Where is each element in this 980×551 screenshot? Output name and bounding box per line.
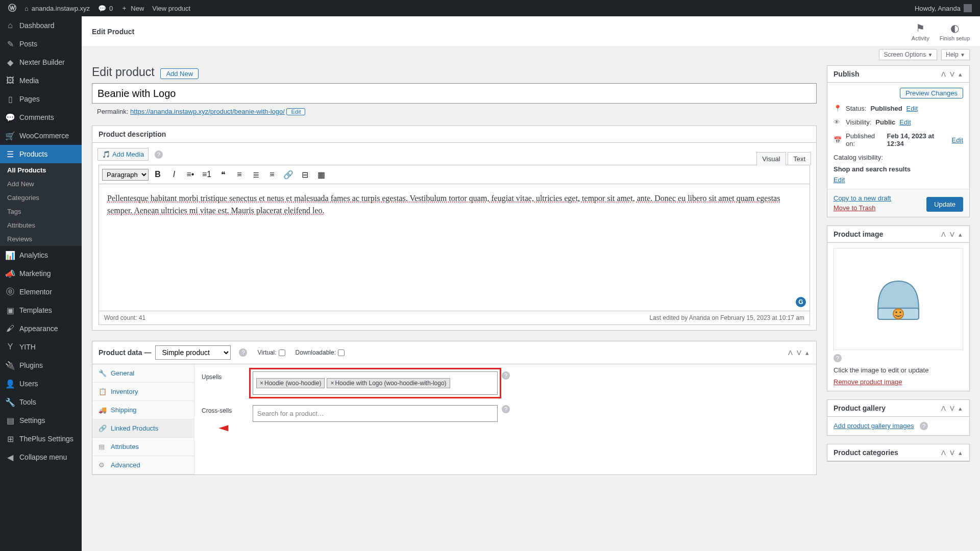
more-button[interactable]: ⊟ (298, 167, 312, 182)
align-left-button[interactable]: ≡ (232, 167, 247, 182)
sidebar-item-analytics[interactable]: 📊Analytics (0, 246, 82, 264)
sidebar-item-products[interactable]: ☰Products (0, 145, 82, 163)
help-button[interactable]: Help ▼ (941, 49, 970, 60)
tab-general[interactable]: 🔧General (92, 364, 194, 383)
bold-button[interactable]: B (151, 167, 165, 182)
sidebar-item-yith[interactable]: YYITH (0, 338, 82, 356)
sidebar-item-nexter-builder[interactable]: ◆Nexter Builder (0, 53, 82, 71)
help-icon[interactable]: ? (502, 371, 510, 380)
sidebar-item-plugins[interactable]: 🔌Plugins (0, 356, 82, 374)
collapse-icon[interactable]: ▴ (958, 405, 963, 412)
update-button[interactable]: Update (926, 197, 963, 212)
help-icon[interactable]: ? (239, 348, 247, 357)
sidebar-item-appearance[interactable]: 🖌Appearance (0, 319, 82, 338)
wp-logo[interactable]: ⓦ (4, 0, 20, 16)
text-tab[interactable]: Text (788, 152, 811, 165)
add-media-button[interactable]: 🎵Add Media (97, 148, 149, 161)
toolbar-toggle-button[interactable]: ▦ (314, 167, 328, 182)
move-down-icon[interactable]: ᐯ (949, 449, 955, 457)
catalog-edit-link[interactable]: Edit (834, 176, 845, 184)
tab-attributes[interactable]: ▤Attributes (92, 438, 194, 456)
sidebar-item-comments[interactable]: 💬Comments (0, 108, 82, 127)
sidebar-item-pages[interactable]: ▯Pages (0, 90, 82, 108)
move-up-icon[interactable]: ᐱ (787, 349, 794, 357)
tab-shipping[interactable]: 🚚Shipping (92, 401, 194, 419)
sidebar-item-marketing[interactable]: 📣Marketing (0, 264, 82, 283)
tab-advanced[interactable]: ⚙Advanced (92, 456, 194, 474)
sidebar-item-woocommerce[interactable]: 🛒WooCommerce (0, 127, 82, 145)
help-icon[interactable]: ? (834, 354, 842, 362)
add-gallery-link[interactable]: Add product gallery images (834, 422, 914, 430)
finish-setup-button[interactable]: ◐ Finish setup (940, 22, 970, 41)
product-image[interactable] (834, 248, 963, 350)
upsell-chip[interactable]: ×Hoodie with Logo (woo-hoodie-with-logo) (327, 378, 450, 388)
remove-image-link[interactable]: Remove product image (834, 378, 902, 386)
sidebar-item-collapse-menu[interactable]: ◀Collapse menu (0, 448, 82, 466)
status-edit-link[interactable]: Edit (906, 105, 918, 112)
format-select[interactable]: Paragraph (102, 169, 149, 181)
new-link[interactable]: ＋New (117, 0, 148, 16)
help-icon[interactable]: ? (155, 151, 163, 159)
link-button[interactable]: 🔗 (281, 167, 296, 182)
move-up-icon[interactable]: ᐱ (940, 449, 947, 457)
site-link[interactable]: ⌂ananda.instawp.xyz (20, 0, 94, 16)
numbered-list-button[interactable]: ≡1 (200, 167, 214, 182)
collapse-icon[interactable]: ▴ (958, 449, 963, 457)
tab-inventory[interactable]: 📋Inventory (92, 383, 194, 401)
tab-linked-products[interactable]: 🔗Linked Products (92, 419, 194, 438)
sidebar-item-templates[interactable]: ▣Templates (0, 301, 82, 319)
permalink-edit-button[interactable]: Edit (286, 108, 305, 115)
bullet-list-button[interactable]: ≡• (183, 167, 198, 182)
sidebar-sub-tags[interactable]: Tags (0, 205, 82, 218)
help-icon[interactable]: ? (502, 405, 510, 413)
sidebar-sub-categories[interactable]: Categories (0, 191, 82, 205)
add-new-button[interactable]: Add New (160, 68, 199, 79)
visual-tab[interactable]: Visual (756, 152, 786, 166)
move-down-icon[interactable]: ᐯ (949, 405, 955, 412)
remove-chip-icon[interactable]: × (260, 380, 263, 387)
sidebar-sub-attributes[interactable]: Attributes (0, 218, 82, 232)
virtual-checkbox[interactable] (279, 349, 285, 356)
sidebar-item-theplus-settings[interactable]: ⊞ThePlus Settings (0, 430, 82, 448)
product-title-input[interactable] (92, 83, 817, 104)
description-editor[interactable]: Pellentesque habitant morbi tristique se… (99, 184, 810, 311)
howdy-link[interactable]: Howdy, Ananda (911, 0, 976, 16)
activity-button[interactable]: ⚑ Activity (912, 22, 929, 41)
collapse-icon[interactable]: ▴ (958, 70, 963, 78)
move-up-icon[interactable]: ᐱ (940, 70, 947, 78)
upsells-input[interactable]: ×Hoodie (woo-hoodie)×Hoodie with Logo (w… (253, 371, 498, 395)
product-type-select[interactable]: Simple product (155, 345, 231, 360)
comments-link[interactable]: 💬0 (94, 0, 117, 16)
visibility-edit-link[interactable]: Edit (899, 118, 911, 126)
trash-link[interactable]: Move to Trash (834, 204, 891, 212)
permalink-link[interactable]: https://ananda.instawp.xyz/product/beani… (130, 108, 285, 115)
move-down-icon[interactable]: ᐯ (796, 349, 802, 357)
italic-button[interactable]: I (167, 167, 181, 182)
sidebar-item-tools[interactable]: 🔧Tools (0, 393, 82, 411)
align-center-button[interactable]: ≣ (249, 167, 263, 182)
upsell-chip[interactable]: ×Hoodie (woo-hoodie) (256, 378, 325, 388)
sidebar-sub-reviews[interactable]: Reviews (0, 232, 82, 246)
collapse-icon[interactable]: ▴ (804, 349, 810, 357)
align-right-button[interactable]: ≡ (265, 167, 279, 182)
sidebar-item-elementor[interactable]: ⓔElementor (0, 283, 82, 301)
published-edit-link[interactable]: Edit (952, 136, 963, 144)
sidebar-sub-all-products[interactable]: All Products (0, 163, 82, 177)
remove-chip-icon[interactable]: × (330, 380, 334, 387)
help-icon[interactable]: ? (920, 422, 928, 430)
grammarly-icon[interactable]: G (796, 297, 806, 307)
crosssells-input[interactable]: Search for a product… (253, 405, 498, 422)
sidebar-item-users[interactable]: 👤Users (0, 374, 82, 393)
move-down-icon[interactable]: ᐯ (949, 70, 955, 78)
sidebar-item-posts[interactable]: ✎Posts (0, 35, 82, 53)
screen-options-button[interactable]: Screen Options ▼ (879, 49, 937, 60)
move-down-icon[interactable]: ᐯ (949, 231, 955, 238)
copy-draft-link[interactable]: Copy to a new draft (834, 194, 891, 202)
downloadable-checkbox[interactable] (338, 349, 345, 356)
sidebar-item-media[interactable]: 🖾Media (0, 71, 82, 90)
quote-button[interactable]: ❝ (216, 167, 230, 182)
sidebar-item-dashboard[interactable]: ⌂Dashboard (0, 16, 82, 35)
preview-button[interactable]: Preview Changes (900, 88, 963, 98)
collapse-icon[interactable]: ▴ (958, 231, 963, 238)
view-product-link[interactable]: View product (148, 0, 194, 16)
